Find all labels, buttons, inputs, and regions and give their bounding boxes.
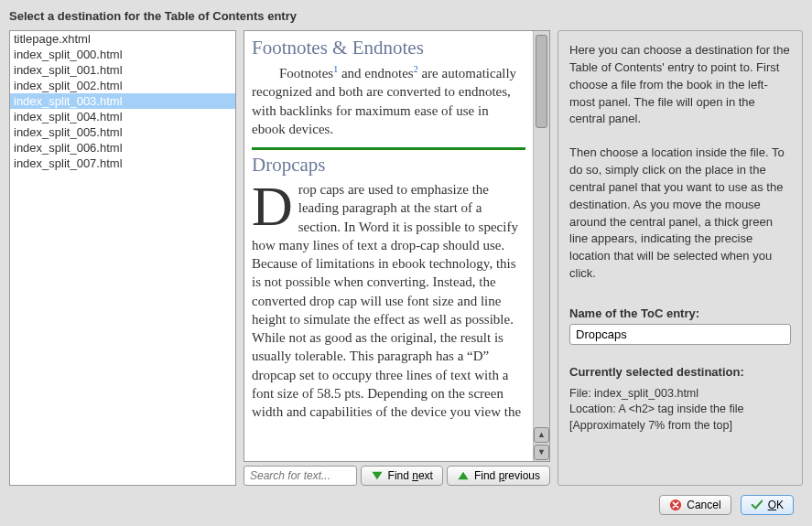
file-item[interactable]: index_split_007.html xyxy=(10,156,235,171)
file-item[interactable]: index_split_001.html xyxy=(10,62,235,78)
cancel-button[interactable]: Cancel xyxy=(659,495,731,515)
dropcap: D xyxy=(252,180,298,228)
file-item[interactable]: titlepage.xhtml xyxy=(10,31,235,47)
help-text: Here you can choose a destination for th… xyxy=(569,42,791,128)
preview-pane[interactable]: Footnotes & Endnotes Footnotes1 and endn… xyxy=(244,31,533,461)
find-next-button[interactable]: Find next xyxy=(361,466,443,486)
ok-button[interactable]: OK xyxy=(741,495,794,515)
svg-marker-0 xyxy=(372,472,382,479)
svg-marker-1 xyxy=(458,472,468,479)
dialog-title: Select a destination for the Table of Co… xyxy=(9,9,803,23)
file-item[interactable]: index_split_004.html xyxy=(10,109,235,124)
destination-approx: [Approximately 7% from the top] xyxy=(569,418,791,435)
file-item[interactable]: index_split_005.html xyxy=(10,124,235,140)
preview-paragraph: Drop caps are used to emphasize the lead… xyxy=(252,180,525,421)
file-item[interactable]: index_split_006.html xyxy=(10,140,235,156)
section-heading-dropcaps: Dropcaps xyxy=(252,154,525,177)
ok-icon xyxy=(751,499,763,511)
destination-file: File: index_split_003.html xyxy=(569,386,791,403)
triangle-down-icon xyxy=(371,469,384,482)
destination-location: Location: A <h2> tag inside the file xyxy=(569,402,791,418)
toc-name-input[interactable] xyxy=(569,324,791,345)
preview-scrollbar[interactable]: ▲ ▼ xyxy=(533,31,549,461)
scrollbar-down-icon[interactable]: ▼ xyxy=(534,445,549,460)
preview-paragraph: Footnotes1 and endnotes2 are automatical… xyxy=(252,63,525,138)
help-text: Then choose a location inside the file. … xyxy=(569,145,791,283)
insert-indicator xyxy=(252,147,525,150)
section-heading-footnotes: Footnotes & Endnotes xyxy=(252,37,525,59)
triangle-up-icon xyxy=(457,469,470,482)
file-item[interactable]: index_split_003.html xyxy=(10,93,235,109)
file-item[interactable]: index_split_002.html xyxy=(10,78,235,93)
name-label: Name of the ToC entry: xyxy=(569,306,791,320)
find-previous-button[interactable]: Find previous xyxy=(447,466,550,486)
scrollbar-thumb[interactable] xyxy=(536,35,547,128)
file-list[interactable]: titlepage.xhtmlindex_split_000.htmlindex… xyxy=(9,30,236,486)
scrollbar-up-icon[interactable]: ▲ xyxy=(534,427,549,443)
destination-label: Currently selected destination: xyxy=(569,365,791,379)
file-item[interactable]: index_split_000.html xyxy=(10,47,235,62)
help-panel: Here you can choose a destination for th… xyxy=(558,30,803,486)
cancel-icon xyxy=(669,499,682,511)
search-input[interactable] xyxy=(244,466,357,486)
